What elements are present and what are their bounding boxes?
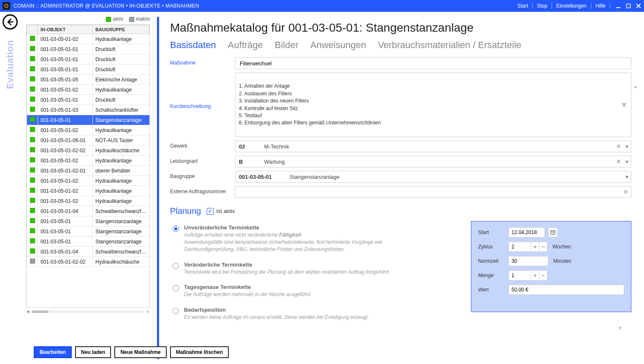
zyklus-plus-icon[interactable]: + <box>531 242 539 252</box>
table-row[interactable]: 001-03-05-01Stangenstanzanlage <box>27 226 149 237</box>
collapse-up-icon[interactable]: ▲ <box>633 84 638 89</box>
row-status <box>27 206 38 216</box>
tab-bilder[interactable]: Bilder <box>275 40 298 51</box>
tab-verbrauch[interactable]: Verbrauchsmaterialien / Ersatzteile <box>378 40 521 51</box>
table-row[interactable]: 001-03-05-01-02Hydraulikanlage <box>27 125 149 135</box>
input-menge[interactable] <box>509 270 531 280</box>
field-kurzbeschr[interactable]: 1. Anhalten der Anlage 2. Ausbauen des F… <box>235 73 631 137</box>
tab-anweisungen[interactable]: Anweisungen <box>310 40 366 51</box>
table-row[interactable]: 001-03-05-01-02Hydraulikanlage <box>27 85 149 95</box>
clear-kurzbeschr-icon[interactable]: ✕ <box>621 100 627 110</box>
row-bg: Schwalbenschwanzführun <box>93 206 150 216</box>
field-massnahme[interactable] <box>235 57 631 69</box>
table-row[interactable]: 001-03-05-01Stangenstanzanlage <box>27 237 149 247</box>
table-row[interactable]: 001-03-05-01-06-01NOT-AUS Taster <box>27 135 149 146</box>
table-row[interactable]: 001-03-05-01-02-02Hydraulikschläuche <box>27 146 149 156</box>
object-grid[interactable]: IH-OBJEKT BAUGRUPPE 001-03-05-01-02Hydra… <box>26 24 150 308</box>
table-row[interactable]: 001-03-05-01-02Hydraulikanlage <box>27 196 149 206</box>
radio-option[interactable] <box>173 285 179 291</box>
menu-help[interactable]: Hilfe <box>592 3 609 9</box>
clear-extnr-icon[interactable]: ✕ <box>623 189 628 195</box>
row-status <box>27 85 38 95</box>
menu-stop[interactable]: Stop <box>533 3 551 9</box>
table-row[interactable]: 001-03-05-01-02-01oberer Behälter <box>27 166 149 176</box>
menu-settings[interactable]: Einstellungen <box>553 3 590 9</box>
row-ih: 001-03-05-01-01 <box>38 95 93 105</box>
row-status <box>27 196 38 206</box>
dropdown-baugruppe-icon[interactable]: ▾ <box>625 174 628 180</box>
collapse-down-icon[interactable]: ▼ <box>618 325 623 331</box>
dropdown-gewerk-icon[interactable]: ▾ <box>625 143 628 149</box>
row-status <box>27 176 38 186</box>
radio-option[interactable] <box>173 263 179 269</box>
input-massnahme[interactable] <box>239 60 628 67</box>
checkbox-ist-aktiv[interactable] <box>207 208 214 215</box>
field-baugruppe[interactable]: 001-03-05-01 Stangenstanzanlage ▾ <box>235 171 631 183</box>
table-row[interactable]: 001-03-05-01-01Druckluft <box>27 65 149 75</box>
dropdown-leistungsart-icon[interactable]: ▾ <box>625 159 628 164</box>
table-row[interactable]: 001-03-05-01-03Schaltschranklüfter <box>27 105 149 115</box>
table-row[interactable]: 001-03-05-01-02Hydraulikanlage <box>27 176 149 186</box>
row-ih: 001-03-05-01-02 <box>38 186 93 196</box>
table-row[interactable]: 001-03-05-01-01Druckluft <box>27 44 149 54</box>
table-row[interactable]: 001-03-05-01Stangenstanzanlage <box>27 115 149 125</box>
input-zyklus[interactable] <box>509 242 531 252</box>
menge-plus-icon[interactable]: + <box>531 270 539 280</box>
row-bg: Hydraulikschläuche <box>93 146 150 156</box>
row-ih: 001-03-05-01 <box>38 115 93 125</box>
col-ih-objekt[interactable]: IH-OBJEKT <box>38 25 93 34</box>
menge-minus-icon[interactable]: − <box>539 270 547 280</box>
planung-title: Planung <box>170 206 201 216</box>
table-row[interactable]: 001-03-05-01-01Druckluft <box>27 54 149 65</box>
tab-basisdaten[interactable]: Basisdaten <box>170 40 216 51</box>
table-row[interactable]: 001-03-05-01-05Elektrische Anlage <box>27 75 149 85</box>
radio-option[interactable] <box>173 226 179 232</box>
row-bg: Stangenstanzanlage <box>93 237 150 247</box>
input-wert[interactable] <box>509 285 624 295</box>
row-bg: Hydraulikanlage <box>93 196 150 206</box>
table-row[interactable]: 001-03-05-01-04Schwalbenschwanzführun <box>27 206 149 216</box>
clear-leistungsart-icon[interactable]: ✕ <box>616 159 621 164</box>
table-row[interactable]: 001-03-05-01-04Schwalbenschwanzführun <box>27 247 149 257</box>
button-neue-massnahme[interactable]: Neue Maßnahme <box>114 346 166 358</box>
row-status <box>27 75 38 85</box>
zyklus-unit: Wochen <box>552 244 571 250</box>
clear-gewerk-icon[interactable]: ✕ <box>616 143 621 149</box>
tab-auftraege[interactable]: Aufträge <box>228 40 263 51</box>
planung-panel: Start 14 Zyklus + − Wochen Nor <box>471 221 631 312</box>
col-baugruppe[interactable]: BAUGRUPPE <box>93 25 149 34</box>
menu-start[interactable]: Start <box>514 3 531 9</box>
row-bg: Hydraulikanlage <box>93 186 150 196</box>
maximize-icon[interactable] <box>625 3 631 9</box>
button-bearbeiten[interactable]: Bearbeiten <box>34 346 72 358</box>
input-extnr[interactable] <box>239 189 628 196</box>
button-neu-laden[interactable]: Neu laden <box>75 346 111 358</box>
field-extnr[interactable]: ✕ <box>235 186 631 198</box>
input-normzeit[interactable] <box>509 256 548 266</box>
tabs: Basisdaten Aufträge Bilder Anweisungen V… <box>170 40 631 51</box>
table-row[interactable]: 001-03-05-01-02-02Hydraulikschläuche <box>27 257 149 267</box>
close-icon[interactable] <box>636 3 641 9</box>
table-row[interactable]: 001-03-05-01-02Hydraulikanlage <box>27 34 149 44</box>
row-status <box>27 125 38 135</box>
row-ih: 001-03-05-01-01 <box>38 54 93 65</box>
calendar-icon[interactable]: 14 <box>548 228 557 237</box>
panel-divider[interactable] <box>157 17 159 359</box>
zyklus-minus-icon[interactable]: − <box>539 242 547 252</box>
input-start[interactable] <box>509 227 545 237</box>
row-ih: 001-03-05-01-02-02 <box>38 146 93 156</box>
gewerk-text: M-Technik <box>264 143 289 150</box>
table-row[interactable]: 001-03-05-01-02Hydraulikanlage <box>27 156 149 166</box>
field-leistungsart[interactable]: B Wartung ✕▾ <box>235 156 631 167</box>
minimize-icon[interactable] <box>615 3 621 9</box>
table-row[interactable]: 001-03-05-01Stangenstanzanlage <box>27 216 149 226</box>
field-gewerk[interactable]: 02 M-Technik ✕▾ <box>235 140 631 152</box>
table-row[interactable]: 001-03-05-01-02Hydraulikanlage <box>27 186 149 196</box>
radio-option[interactable] <box>173 308 179 314</box>
grid-h-scrollbar[interactable] <box>26 309 150 315</box>
row-ih: 001-03-05-01-02 <box>38 156 93 166</box>
col-status[interactable] <box>27 25 38 34</box>
back-button[interactable] <box>3 14 18 30</box>
table-row[interactable]: 001-03-05-01-01Druckluft <box>27 95 149 105</box>
button-massnahme-loeschen[interactable]: Maßnahme löschen <box>170 346 229 358</box>
